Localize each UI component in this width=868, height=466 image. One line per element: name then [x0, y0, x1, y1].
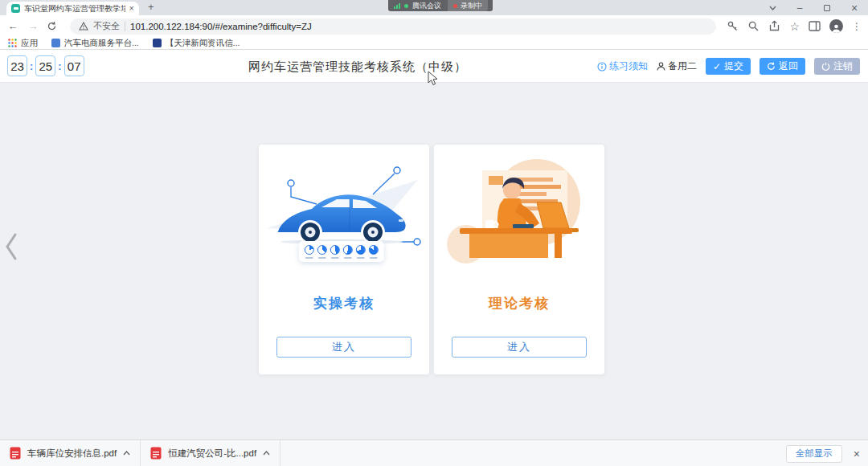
- apps-label: 应用: [21, 38, 38, 49]
- recording-status: 录制中: [448, 0, 488, 11]
- show-all-downloads-button[interactable]: 全部显示: [786, 445, 842, 463]
- key-icon[interactable]: [727, 20, 739, 32]
- timer-hours: 23: [7, 55, 27, 76]
- window-minimize-button[interactable]: –: [786, 0, 813, 15]
- header-actions: 练习须知 备用二 ✓ 提交 返回 注销: [597, 50, 860, 83]
- logout-button[interactable]: 注销: [814, 58, 860, 75]
- desk-illustration: [434, 151, 604, 281]
- tab-title: 车识堂网约车运营管理教学培训…: [24, 3, 125, 14]
- countdown-timer: 23 : 25 : 07: [7, 55, 84, 76]
- toolbar-icons: ☆ ⋮: [727, 19, 862, 33]
- download-item-1[interactable]: 车辆库位安排信息.pdf: [0, 440, 141, 466]
- tab-favicon-icon: [11, 4, 20, 13]
- chevron-up-icon[interactable]: [123, 451, 130, 456]
- gauge-panel: [299, 241, 384, 262]
- collapse-chevron-icon[interactable]: [2, 231, 20, 262]
- bookmark-item-1[interactable]: 汽车电商服务平台...: [51, 38, 139, 49]
- theory-exam-title: 理论考核: [489, 294, 550, 313]
- practical-exam-card: 实操考核 进入: [259, 145, 429, 374]
- submit-button[interactable]: ✓ 提交: [706, 58, 751, 75]
- chevron-up-icon[interactable]: [263, 451, 270, 456]
- timer-minutes: 25: [35, 55, 55, 76]
- practical-enter-button[interactable]: 进入: [276, 337, 411, 358]
- window-controls: – ×: [759, 0, 868, 15]
- profile-avatar[interactable]: [829, 19, 843, 33]
- check-icon: ✓: [713, 61, 721, 72]
- practical-exam-title: 实操考核: [313, 294, 375, 313]
- window-chevron-icon[interactable]: [759, 0, 786, 15]
- url-text[interactable]: 101.200.122.184:90/#/examine?difficulty=…: [130, 22, 312, 31]
- window-close-button[interactable]: ×: [841, 0, 868, 15]
- bookmark-favicon: [153, 39, 162, 47]
- logout-label: 注销: [833, 59, 853, 73]
- return-button[interactable]: 返回: [760, 58, 805, 75]
- omnibox-divider: [125, 22, 125, 31]
- return-label: 返回: [779, 59, 798, 73]
- notice-label: 练习须知: [609, 59, 648, 73]
- apps-shortcut[interactable]: 应用: [8, 38, 38, 49]
- download-bar-actions: 全部显示 ×: [786, 440, 860, 466]
- theory-exam-card: 理论考核 进入: [434, 145, 604, 374]
- browser-tab[interactable]: 车识堂网约车运营管理教学培训… ×: [6, 2, 139, 15]
- user-name-label: 备用二: [668, 59, 697, 73]
- bookmark-favicon: [51, 39, 60, 47]
- meeting-overlay[interactable]: 腾讯会议 录制中: [388, 0, 493, 11]
- submit-label: 提交: [724, 59, 743, 73]
- security-warning-icon: [79, 22, 88, 31]
- info-icon: [597, 62, 607, 72]
- page-title: 网约车运营管理技能考核系统（中级）: [248, 59, 467, 75]
- main-content: 实操考核 进入: [0, 84, 868, 439]
- browser-menu-icon[interactable]: ⋮: [852, 21, 862, 32]
- bookmark-label: 汽车电商服务平台...: [64, 38, 139, 49]
- timer-colon: :: [58, 60, 61, 72]
- tab-close-icon[interactable]: ×: [129, 4, 134, 13]
- return-icon: [767, 62, 776, 71]
- pdf-file-icon: [150, 447, 162, 460]
- share-icon[interactable]: [768, 20, 780, 32]
- timer-colon: :: [30, 60, 33, 72]
- browser-tab-strip: 车识堂网约车运营管理教学培训… × + 腾讯会议 录制中 – ×: [0, 0, 868, 15]
- recording-label: 录制中: [461, 1, 482, 11]
- browser-back-button[interactable]: ←: [6, 20, 19, 32]
- signal-icon: [394, 2, 400, 9]
- download-bar: 车辆库位安排信息.pdf 恒建汽贸公司-比...pdf 全部显示 ×: [0, 439, 868, 466]
- bookmark-item-2[interactable]: 【天津新闻资讯信...: [153, 38, 240, 49]
- power-icon: [821, 62, 830, 71]
- download-file-name: 车辆库位安排信息.pdf: [27, 448, 117, 460]
- apps-grid-icon: [8, 39, 17, 47]
- browser-forward-button[interactable]: →: [27, 20, 39, 32]
- car-illustration: [259, 151, 429, 281]
- download-item-2[interactable]: 恒建汽贸公司-比...pdf: [141, 440, 280, 466]
- pdf-file-icon: [10, 447, 21, 460]
- practice-notice-link[interactable]: 练习须知: [597, 59, 648, 73]
- recording-dot-icon: [453, 4, 457, 8]
- window-restore-button[interactable]: [813, 0, 841, 15]
- bookmarks-bar: 应用 汽车电商服务平台... 【天津新闻资讯信...: [0, 37, 868, 50]
- zoom-icon[interactable]: [747, 20, 760, 32]
- browser-toolbar: ← → 不安全 101.200.122.184:90/#/examine?dif…: [0, 15, 868, 37]
- user-icon: [657, 62, 665, 71]
- side-panel-icon[interactable]: [809, 21, 821, 31]
- security-label: 不安全: [93, 20, 120, 32]
- theory-enter-button[interactable]: 进入: [452, 337, 587, 358]
- current-user[interactable]: 备用二: [657, 59, 697, 73]
- download-file-name: 恒建汽贸公司-比...pdf: [168, 448, 256, 460]
- bookmark-label: 【天津新闻资讯信...: [166, 38, 240, 49]
- address-bar[interactable]: 不安全 101.200.122.184:90/#/examine?difficu…: [70, 18, 716, 35]
- exam-page-header: 23 : 25 : 07 网约车运营管理技能考核系统（中级） 练习须知 备用二 …: [0, 50, 868, 83]
- bookmark-star-icon[interactable]: ☆: [789, 21, 800, 32]
- browser-refresh-button[interactable]: [47, 21, 59, 31]
- online-dot-icon: [404, 4, 408, 8]
- meeting-app-name: 腾讯会议: [412, 1, 441, 11]
- timer-seconds: 07: [64, 55, 84, 76]
- new-tab-button[interactable]: +: [148, 1, 154, 13]
- download-bar-close-icon[interactable]: ×: [854, 448, 860, 460]
